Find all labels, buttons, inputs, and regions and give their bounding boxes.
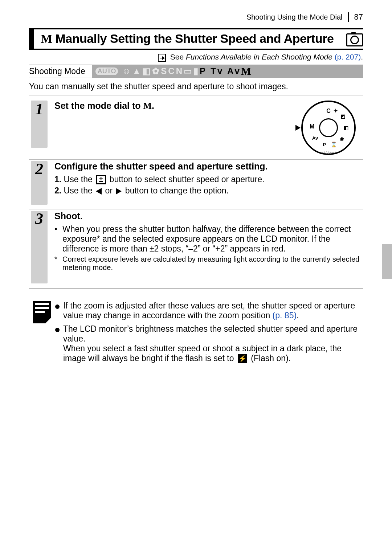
dial-label-ic5: ✦ — [334, 108, 338, 114]
notice-item-2: The LCD monitor’s brightness matches the… — [55, 324, 363, 363]
shooting-mode-bar: Shooting Mode AUTO ☺ ▲ ◧ ✿ SCN ▭ ▮ P Tv … — [29, 65, 363, 78]
sub2-text-b: button to change the option. — [123, 186, 229, 195]
dial-label-m: M — [310, 123, 314, 130]
arrow-icon — [158, 54, 166, 62]
step-2-sub-1: 1. Use the button to select shutter spee… — [54, 175, 363, 185]
mode-stitch-icon: ▭ — [184, 66, 193, 76]
shooting-mode-label: Shooting Mode — [29, 65, 92, 78]
step-number-3: 3 — [31, 211, 48, 283]
dial-label-ic1: ⌛ — [331, 142, 337, 147]
mode-m-active: M — [241, 65, 253, 77]
mode-dial-icon: C M Av P ⌛ ❀ ◧ ◩ ✦ △△△△△△△ — [301, 101, 356, 155]
step-3-heading: Shoot. — [54, 211, 363, 221]
notice-2-text-c: (Flash on). — [249, 353, 291, 363]
step-number-col: 2 — [29, 161, 49, 205]
sub1-num: 1. — [54, 175, 61, 184]
dial-label-ic2: ❀ — [340, 136, 344, 142]
dial-label-ic3: ◧ — [344, 125, 348, 131]
dial-label-av: Av — [312, 135, 318, 140]
info-notice: If the zoom is adjusted after these valu… — [29, 297, 363, 367]
step-1: 1 Set the mode dial to M. C M Av P ⌛ ❀ ◧… — [29, 101, 363, 160]
mode-night-icon: ◧ — [142, 66, 152, 76]
mode-dial-diagram: C M Av P ⌛ ❀ ◧ ◩ ✦ △△△△△△△ — [301, 101, 363, 155]
right-arrow-icon — [116, 188, 122, 195]
notice-2-text-b: When you select a fast shutter speed or … — [63, 344, 342, 363]
mode-ptvav: P Tv Av — [200, 66, 241, 76]
step-number-1: 1 — [31, 101, 48, 148]
sub1-text-a: Use the — [64, 175, 95, 184]
see-link-text[interactable]: Functions Available in Each Shooting Mod… — [186, 53, 332, 61]
see-page-ref[interactable]: (p. 207) — [332, 53, 361, 61]
section-title: Shooting Using the Mode Dial — [246, 13, 348, 21]
left-arrow-icon — [96, 188, 102, 195]
sub1-text-b: button to select shutter speed or apertu… — [107, 175, 264, 184]
sub2-text-mid: or — [103, 186, 115, 195]
mode-movie-icon: ▮ — [193, 66, 200, 76]
see-also-line: See Functions Available in Each Shooting… — [29, 53, 363, 61]
step-number-col: 1 — [29, 101, 49, 148]
camera-icon — [346, 33, 363, 46]
heading-text: Manually Setting the Shutter Speed and A… — [56, 32, 334, 45]
step-2: 2 Configure the shutter speed and apertu… — [29, 161, 363, 209]
step-number-col: 3 — [29, 211, 49, 283]
step-number-2: 2 — [31, 161, 48, 205]
mode-glyph-m: M — [41, 32, 52, 45]
step-2-heading: Configure the shutter speed and aperture… — [54, 161, 363, 172]
dial-label-ic4: ◩ — [340, 113, 345, 119]
title-block: M Manually Setting the Shutter Speed and… — [29, 28, 363, 50]
page-number: 87 — [348, 12, 363, 22]
sub2-text-a: Use the — [64, 186, 95, 195]
step-1-heading-post: . — [152, 101, 154, 111]
dial-label-c: C — [326, 108, 331, 114]
mode-special-icon: ✿ — [152, 66, 161, 76]
dial-pointer-icon — [295, 125, 301, 131]
running-header: Shooting Using the Mode Dial 87 — [29, 12, 363, 22]
step-1-heading-pre: Set the mode dial to — [54, 101, 143, 111]
sub2-num: 2. — [54, 186, 61, 195]
step-2-sub-2: 2. Use the or button to change the optio… — [54, 186, 363, 196]
notice-1-text-b: . — [297, 311, 299, 320]
mode-auto-icon: AUTO — [95, 68, 118, 75]
flash-on-icon: ⚡ — [238, 354, 247, 363]
see-prefix: See — [170, 53, 186, 61]
step-1-mode-glyph: M — [143, 101, 152, 111]
dial-serration: △△△△△△△ — [321, 151, 336, 154]
mode-scn-icon: SCN — [161, 66, 184, 76]
shooting-mode-icons: AUTO ☺ ▲ ◧ ✿ SCN ▭ ▮ P Tv Av M — [92, 65, 363, 78]
mode-landscape-icon: ▲ — [132, 66, 143, 76]
step-1-heading: Set the mode dial to M. — [54, 101, 154, 152]
notice-item-1: If the zoom is adjusted after these valu… — [55, 301, 363, 320]
thumb-tab — [382, 244, 392, 279]
step-3: 3 Shoot. When you press the shutter butt… — [29, 211, 363, 289]
dial-label-p: P — [323, 142, 326, 147]
page-heading: M Manually Setting the Shutter Speed and… — [41, 32, 363, 46]
notice-1-page-ref[interactable]: (p. 85) — [273, 311, 297, 320]
notice-1-text-a: If the zoom is adjusted after these valu… — [63, 301, 355, 320]
memo-icon-col — [29, 301, 55, 367]
exposure-button-icon — [96, 175, 106, 184]
page: Shooting Using the Mode Dial 87 M Manual… — [0, 0, 392, 389]
step-3-footnote: Correct exposure levels are calculated b… — [54, 255, 363, 272]
see-trailing: . — [361, 53, 363, 61]
memo-icon — [33, 301, 51, 323]
notice-2-text-a: The LCD monitor’s brightness matches the… — [63, 324, 358, 343]
mode-portrait-icon: ☺ — [118, 66, 132, 76]
step-3-bullet: When you press the shutter button halfwa… — [54, 224, 363, 254]
intro-text: You can manually set the shutter speed a… — [29, 82, 363, 95]
